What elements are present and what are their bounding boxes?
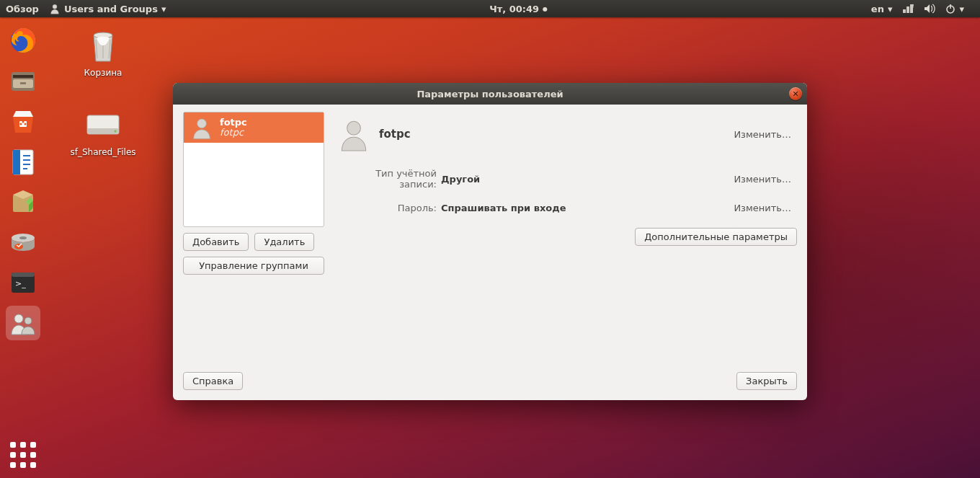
svg-rect-24 xyxy=(12,273,35,277)
drive-icon xyxy=(84,107,122,144)
firefox-icon xyxy=(9,26,37,55)
account-type-label: Тип учётной записи: xyxy=(336,168,437,190)
writer-icon xyxy=(9,147,37,176)
volume-indicator[interactable] xyxy=(924,4,935,14)
show-applications-button[interactable] xyxy=(10,442,36,468)
launcher-writer[interactable] xyxy=(6,144,40,179)
svg-rect-8 xyxy=(20,82,26,84)
svg-rect-29 xyxy=(87,128,119,134)
launcher-terminal[interactable]: >_ xyxy=(6,265,40,300)
desktop-icon-label: sf_Shared_Files xyxy=(68,147,138,158)
change-password-link[interactable]: Изменить… xyxy=(731,201,794,215)
selected-user-name: fotpc xyxy=(379,128,411,141)
chevron-down-icon: ▾ xyxy=(888,4,893,14)
svg-rect-14 xyxy=(13,150,20,174)
advanced-settings-button[interactable]: Дополнительные параметры xyxy=(635,228,797,246)
svg-point-11 xyxy=(24,123,27,125)
dialog-title: Параметры пользователей xyxy=(416,89,563,99)
close-icon: ✕ xyxy=(792,89,798,99)
launcher-software[interactable] xyxy=(6,104,40,138)
launcher-package[interactable] xyxy=(6,185,40,219)
network-icon: ? xyxy=(902,4,914,14)
user-display-name: fotpc xyxy=(220,118,247,128)
disks-icon xyxy=(9,228,37,257)
help-button[interactable]: Справка xyxy=(183,372,243,390)
app-menu-label: Users and Groups xyxy=(64,4,158,14)
activities-button[interactable]: Обзор xyxy=(6,4,39,14)
clock[interactable]: Чт, 00:49 ● xyxy=(489,4,548,14)
users-settings-dialog: Параметры пользователей ✕ fotpc fotpc xyxy=(173,83,807,400)
password-value: Спрашивать при входе xyxy=(441,203,731,213)
password-label: Пароль: xyxy=(336,203,437,213)
launcher-users-groups[interactable] xyxy=(6,306,40,340)
svg-text:?: ? xyxy=(912,4,914,9)
network-indicator[interactable]: ? xyxy=(902,4,914,14)
dialog-titlebar[interactable]: Параметры пользователей ✕ xyxy=(173,83,807,105)
launcher-disks[interactable] xyxy=(6,225,40,260)
account-type-value: Другой xyxy=(441,174,731,185)
dot-icon: ● xyxy=(543,6,548,12)
users-app-icon xyxy=(49,3,61,14)
terminal-icon: >_ xyxy=(9,268,37,297)
desktop-icon-shared[interactable]: sf_Shared_Files xyxy=(68,107,138,158)
chevron-down-icon: ▾ xyxy=(161,4,166,14)
add-user-button[interactable]: Добавить xyxy=(183,233,249,251)
launcher-files[interactable] xyxy=(6,63,40,98)
avatar-icon xyxy=(190,115,214,140)
software-icon xyxy=(9,107,37,136)
chevron-down-icon: ▾ xyxy=(959,4,964,14)
change-name-link[interactable]: Изменить… xyxy=(731,128,794,141)
power-icon xyxy=(945,4,956,14)
change-account-type-link[interactable]: Изменить… xyxy=(731,172,794,186)
svg-point-21 xyxy=(19,236,27,239)
desktop-icon-trash[interactable]: Корзина xyxy=(68,27,138,79)
activities-label: Обзор xyxy=(6,4,39,14)
clock-label: Чт, 00:49 xyxy=(489,4,539,14)
package-icon xyxy=(9,187,37,216)
system-menu[interactable]: ▾ xyxy=(945,4,964,14)
svg-point-12 xyxy=(22,121,24,123)
trash-icon xyxy=(84,27,122,65)
user-list-item[interactable]: fotpc fotpc xyxy=(184,112,324,143)
launcher-dock: >_ xyxy=(0,17,46,478)
svg-point-30 xyxy=(115,130,117,133)
svg-text:>_: >_ xyxy=(15,279,26,288)
svg-point-10 xyxy=(20,123,22,125)
svg-point-26 xyxy=(14,314,23,323)
top-panel: Обзор Users and Groups ▾ Чт, 00:49 ● en … xyxy=(0,0,980,17)
user-list[interactable]: fotpc fotpc xyxy=(183,112,324,227)
svg-point-27 xyxy=(24,317,32,324)
remove-user-button[interactable]: Удалить xyxy=(254,233,314,251)
files-icon xyxy=(9,66,37,95)
svg-rect-6 xyxy=(13,75,33,78)
users-groups-icon xyxy=(9,309,37,337)
lang-label: en xyxy=(871,4,884,14)
manage-groups-button[interactable]: Управление группами xyxy=(183,257,324,275)
user-login-name: fotpc xyxy=(220,128,247,138)
launcher-firefox[interactable] xyxy=(6,23,40,58)
input-source-indicator[interactable]: en ▾ xyxy=(871,4,893,14)
volume-icon xyxy=(924,4,935,14)
avatar-icon xyxy=(336,116,372,152)
app-menu[interactable]: Users and Groups ▾ xyxy=(49,3,166,14)
close-button[interactable]: ✕ xyxy=(789,87,802,100)
desktop-icon-label: Корзина xyxy=(68,68,138,79)
close-dialog-button[interactable]: Закрыть xyxy=(736,372,797,390)
